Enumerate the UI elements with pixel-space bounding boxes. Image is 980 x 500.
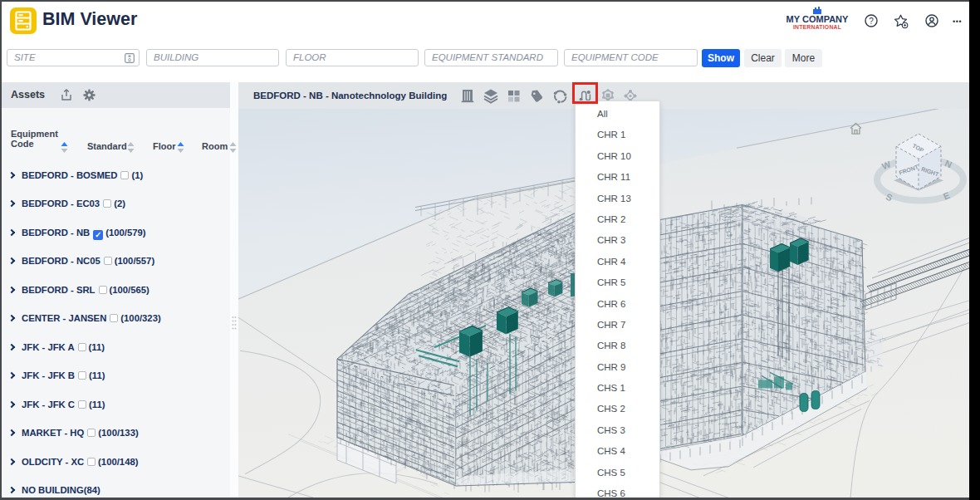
svg-text:?: ?: [869, 17, 874, 26]
